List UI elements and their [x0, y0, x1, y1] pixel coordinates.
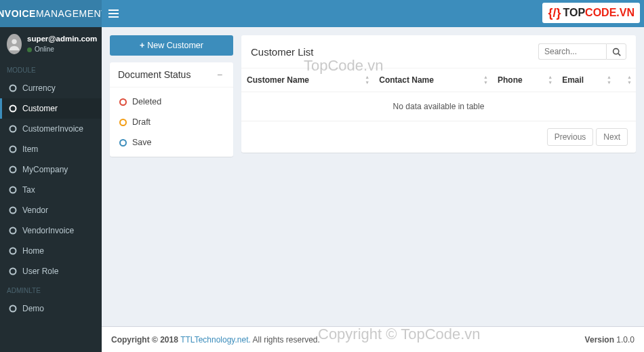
user-panel: super@admin.com Online	[0, 27, 102, 61]
document-status-box: Document Status − DeletedDraftSave	[110, 62, 233, 157]
sidebar-item-label: CustomerInvoice	[22, 124, 83, 134]
status-save[interactable]: Save	[110, 132, 233, 153]
svg-point-12	[613, 48, 618, 54]
topcode-logo: {/} TOPCODE.VN	[542, 3, 640, 23]
search-icon	[612, 47, 621, 56]
svg-point-1	[10, 85, 16, 92]
svg-point-8	[10, 228, 16, 234]
circle-icon	[9, 186, 17, 194]
svg-point-4	[10, 146, 16, 153]
circle-icon	[9, 305, 17, 313]
footer: Copyright © 2018 TTLTechnology.net. All …	[102, 326, 644, 352]
column-header[interactable]	[616, 69, 636, 92]
column-header[interactable]: Email	[557, 69, 616, 92]
svg-point-9	[10, 248, 16, 254]
status-label: Draft	[132, 117, 150, 127]
svg-point-0	[12, 39, 16, 44]
footer-copy: Copyright © 2018	[111, 335, 180, 345]
footer-rights: All rights reserved.	[251, 335, 320, 345]
sort-icon	[627, 75, 632, 85]
svg-point-11	[10, 306, 16, 312]
prev-button[interactable]: Previous	[547, 128, 594, 146]
menu-toggle-button[interactable]	[102, 0, 125, 27]
brand[interactable]: INVOICEMANAGEMENT	[0, 0, 102, 27]
circle-icon	[9, 247, 17, 255]
collapse-button[interactable]: −	[214, 69, 225, 80]
user-name: super@admin.com	[27, 34, 97, 43]
sidebar-item-label: Home	[22, 246, 44, 256]
sidebar-item-label: Demo	[22, 304, 44, 313]
sidebar-item-home[interactable]: Home	[0, 241, 102, 261]
sort-icon	[483, 75, 488, 85]
svg-point-5	[10, 167, 16, 173]
customer-list-panel: Customer List Customer NameContact NameP…	[241, 35, 636, 153]
circle-icon	[9, 104, 17, 113]
new-customer-button[interactable]: + New Customer	[110, 35, 233, 56]
sidebar-item-vendor[interactable]: Vendor	[0, 200, 102, 220]
brace-icon: {/}	[548, 6, 561, 20]
status-ring-icon	[119, 98, 127, 106]
sidebar-item-demo[interactable]: Demo	[0, 298, 102, 319]
status-label: Deleted	[132, 97, 161, 106]
column-header[interactable]: Phone	[492, 69, 557, 92]
circle-icon	[9, 125, 17, 133]
nav-header-adminlte: ADMINLTE	[0, 281, 102, 298]
footer-company-link[interactable]: TTLTechnology.net.	[180, 335, 251, 345]
user-status: Online	[27, 45, 97, 54]
circle-icon	[9, 227, 17, 235]
new-customer-label: New Customer	[147, 41, 203, 50]
svg-point-2	[10, 106, 16, 112]
status-ring-icon	[119, 119, 127, 126]
sidebar-item-label: Tax	[22, 185, 35, 195]
column-label: Email	[562, 75, 584, 85]
footer-version: 1.0.0	[614, 335, 635, 345]
sidebar-item-user-role[interactable]: User Role	[0, 261, 102, 281]
status-draft[interactable]: Draft	[110, 112, 233, 132]
sidebar-item-label: User Role	[22, 267, 58, 276]
column-header[interactable]: Contact Name	[374, 69, 492, 92]
pagination: Previous Next	[241, 121, 636, 153]
top-bar: INVOICEMANAGEMENT {/} TOPCODE.VN	[0, 0, 644, 27]
column-header[interactable]: Customer Name	[241, 69, 374, 92]
status-deleted[interactable]: Deleted	[110, 92, 233, 112]
panel-title: Customer List	[251, 46, 314, 58]
user-icon	[7, 37, 22, 52]
sidebar: super@admin.com Online MODULE CurrencyCu…	[0, 27, 102, 352]
sidebar-item-tax[interactable]: Tax	[0, 180, 102, 200]
circle-icon	[9, 84, 17, 92]
sort-icon	[548, 75, 552, 85]
sort-icon	[365, 75, 369, 85]
next-button[interactable]: Next	[596, 128, 628, 146]
document-status-title: Document Status	[118, 69, 190, 80]
sidebar-item-label: VendorInvoice	[22, 226, 74, 235]
sidebar-item-currency[interactable]: Currency	[0, 78, 102, 98]
column-label: Phone	[498, 75, 523, 85]
sidebar-item-label: MyCompany	[22, 165, 68, 174]
svg-point-6	[10, 187, 16, 193]
sidebar-item-vendorinvoice[interactable]: VendorInvoice	[0, 220, 102, 241]
search-input[interactable]	[538, 43, 606, 60]
avatar	[7, 34, 22, 54]
circle-icon	[9, 267, 17, 275]
status-ring-icon	[119, 139, 127, 146]
footer-version-label: Version	[585, 335, 614, 345]
customer-table: Customer NameContact NamePhoneEmail No d…	[241, 69, 636, 121]
sidebar-item-item[interactable]: Item	[0, 139, 102, 159]
sort-icon	[607, 75, 611, 85]
sidebar-item-customer[interactable]: Customer	[0, 98, 102, 119]
column-label: Contact Name	[379, 75, 434, 85]
content: TopCode.vn Copyright © TopCode.vn + New …	[102, 27, 644, 352]
sidebar-item-mycompany[interactable]: MyCompany	[0, 159, 102, 180]
sidebar-item-customerinvoice[interactable]: CustomerInvoice	[0, 119, 102, 139]
status-label: Save	[132, 138, 152, 147]
sidebar-item-label: Customer	[22, 104, 58, 113]
search-button[interactable]	[606, 43, 626, 60]
sidebar-item-label: Currency	[22, 83, 56, 93]
circle-icon	[9, 206, 17, 214]
plus-icon: +	[140, 41, 144, 50]
svg-point-3	[10, 126, 16, 132]
online-dot-icon	[27, 47, 32, 52]
svg-point-7	[10, 208, 16, 214]
nav-header-module: MODULE	[0, 61, 102, 78]
hamburger-icon	[108, 9, 119, 18]
